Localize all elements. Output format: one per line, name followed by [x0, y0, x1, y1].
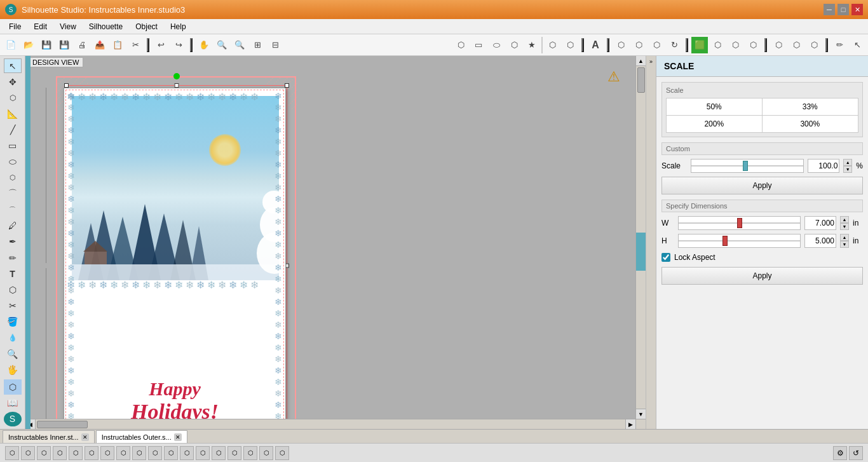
vscroll-teal-thumb[interactable]	[636, 233, 646, 271]
height-value-input[interactable]	[804, 234, 836, 248]
status-btn-2[interactable]: ⬡	[21, 446, 35, 460]
tb-align[interactable]: ⬡	[544, 37, 560, 53]
rotate-handle[interactable]	[173, 73, 180, 79]
tb-copy-doc[interactable]: 📋	[109, 37, 126, 53]
tool-rect[interactable]: ▭	[4, 139, 22, 153]
tb-fill[interactable]: ⬡	[806, 37, 822, 53]
tb-color2[interactable]: ⬡	[709, 37, 726, 53]
status-btn-7[interactable]: ⬡	[100, 446, 114, 460]
tb-send[interactable]: 📤	[92, 37, 108, 53]
scale-value-input[interactable]	[808, 159, 839, 173]
tb-color1[interactable]: 🟩	[691, 37, 708, 53]
tb-rotate[interactable]: ↻	[666, 37, 682, 53]
vertical-scrollbar[interactable]: ▲ ▼	[635, 56, 646, 419]
tb-ellipse[interactable]: ⬭	[488, 37, 505, 53]
tb-node-edit[interactable]: ⬡	[613, 37, 629, 53]
tool-fill[interactable]: 🪣	[4, 315, 22, 329]
tb-align2[interactable]: ⬡	[562, 37, 578, 53]
status-refresh-btn[interactable]: ↺	[849, 446, 863, 460]
tool-select[interactable]: ↖	[4, 58, 22, 73]
tb-pointer2[interactable]: ↖	[849, 37, 865, 53]
status-btn-5[interactable]: ⬡	[69, 446, 83, 460]
tb-zoom-in[interactable]: 🔍	[214, 37, 230, 53]
tb-zoom-out[interactable]: 🔍	[231, 37, 248, 53]
w-slider-container[interactable]	[678, 216, 801, 230]
tool-page[interactable]: ⬡	[4, 379, 22, 394]
tool-zoom[interactable]: 🔍	[4, 346, 22, 361]
width-value-input[interactable]	[804, 216, 836, 230]
tool-direct-select[interactable]: ✥	[4, 74, 22, 89]
tb-rect[interactable]: ▭	[470, 37, 487, 53]
lock-aspect-checkbox[interactable]	[661, 253, 670, 262]
status-btn-14[interactable]: ⬡	[212, 446, 226, 460]
handle-tr[interactable]	[285, 83, 289, 88]
handle-tl[interactable]	[64, 83, 69, 88]
tb-cut-style[interactable]: ⬡	[770, 37, 787, 53]
vscroll-thumb[interactable]	[637, 67, 645, 93]
scale-33[interactable]: 33%	[763, 99, 858, 116]
tab-outer[interactable]: Instructables Outer.s... ✕	[96, 430, 187, 443]
h-slider-container[interactable]	[678, 234, 801, 248]
tb-save2[interactable]: 💾	[56, 37, 72, 53]
tab-inner-close[interactable]: ✕	[81, 433, 89, 441]
status-btn-4[interactable]: ⬡	[53, 446, 67, 460]
tb-print[interactable]: 🖨	[74, 37, 90, 53]
tool-pen[interactable]: 🖊	[4, 219, 22, 233]
scale-300[interactable]: 300%	[763, 116, 858, 132]
specify-apply-button[interactable]: Apply	[661, 267, 863, 285]
tb-color3[interactable]: ⬡	[727, 37, 743, 53]
tool-pencil[interactable]: ✏	[4, 250, 22, 265]
tb-open[interactable]: 📂	[20, 37, 37, 53]
w-spin-up[interactable]: ▲	[840, 216, 849, 223]
tb-transform[interactable]: ⬡	[630, 37, 647, 53]
hscroll-thumb[interactable]	[37, 421, 88, 428]
status-btn-11[interactable]: ⬡	[164, 446, 178, 460]
tool-text[interactable]: T	[4, 266, 22, 281]
horizontal-scrollbar[interactable]: ◀ ▶	[25, 419, 635, 429]
tb-text[interactable]: A	[587, 37, 604, 53]
menu-help[interactable]: Help	[164, 21, 193, 32]
tb-poly[interactable]: ⬡	[506, 37, 522, 53]
scale-slider-container[interactable]	[691, 159, 804, 173]
status-btn-10[interactable]: ⬡	[148, 446, 162, 460]
menu-object[interactable]: Object	[129, 21, 164, 32]
tb-layers[interactable]: ⬡	[745, 37, 761, 53]
status-btn-15[interactable]: ⬡	[227, 446, 241, 460]
panel-expand-strip[interactable]: »	[646, 56, 656, 429]
tool-ellipse[interactable]: ⬭	[4, 154, 22, 169]
tab-inner[interactable]: Instructables Inner.st... ✕	[3, 430, 95, 443]
tool-calligraphy[interactable]: ✒	[4, 234, 22, 249]
status-btn-12[interactable]: ⬡	[180, 446, 194, 460]
tb-undo[interactable]: ↩	[153, 37, 169, 53]
status-gear-btn[interactable]: ⚙	[833, 446, 847, 460]
tb-zoom-sel[interactable]: ⊟	[267, 37, 283, 53]
status-btn-3[interactable]: ⬡	[37, 446, 51, 460]
tb-redo[interactable]: ↪	[170, 37, 187, 53]
tool-scissors[interactable]: ✂	[4, 299, 22, 313]
tab-outer-close[interactable]: ✕	[174, 433, 182, 441]
maximize-button[interactable]: □	[837, 4, 849, 15]
tool-eraser[interactable]: ⬡	[4, 282, 22, 297]
menu-view[interactable]: View	[53, 21, 83, 32]
tool-eyedrop[interactable]: 💧	[4, 330, 22, 345]
menu-edit[interactable]: Edit	[27, 21, 53, 32]
tb-cut[interactable]: ✂	[127, 37, 144, 53]
handle-tm[interactable]	[175, 83, 179, 88]
menu-silhouette[interactable]: Silhouette	[83, 21, 129, 32]
scale-spin-down[interactable]: ▼	[843, 166, 852, 173]
scale-slider-thumb[interactable]	[743, 161, 748, 171]
status-btn-13[interactable]: ⬡	[196, 446, 210, 460]
tb-replicate[interactable]: ⬡	[648, 37, 665, 53]
status-btn-6[interactable]: ⬡	[85, 446, 98, 460]
tb-pan[interactable]: ✋	[196, 37, 212, 53]
scale-spin-up[interactable]: ▲	[843, 159, 852, 166]
status-btn-1[interactable]: ⬡	[5, 446, 19, 460]
status-btn-16[interactable]: ⬡	[243, 446, 257, 460]
tb-zoom-fit[interactable]: ⊞	[249, 37, 266, 53]
tool-arc[interactable]: ⌒	[4, 186, 22, 201]
status-btn-8[interactable]: ⬡	[116, 446, 130, 460]
h-slider-thumb[interactable]	[722, 236, 728, 246]
tool-silhouette[interactable]: S	[4, 412, 22, 426]
status-btn-17[interactable]: ⬡	[259, 446, 273, 460]
scale-50[interactable]: 50%	[667, 99, 763, 116]
